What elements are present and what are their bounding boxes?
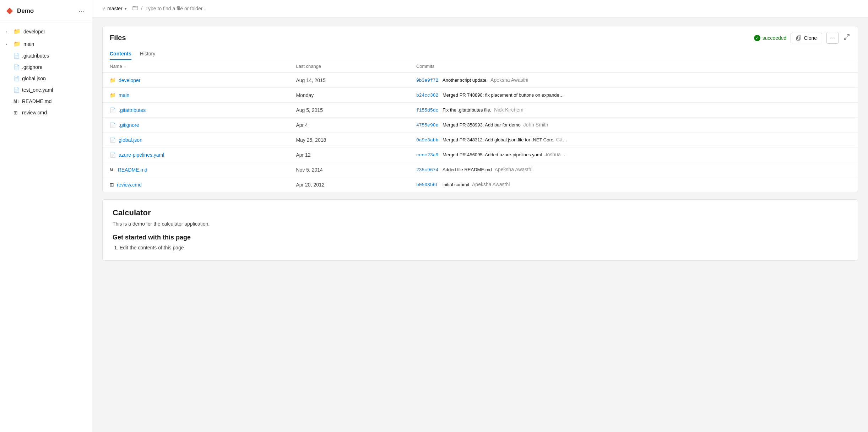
more-options-button[interactable]: ⋯ <box>826 32 839 44</box>
commit-hash[interactable]: b0508b6f <box>416 182 438 188</box>
commits-cell: f155d5dc Fix the .gitattributes file. Ni… <box>409 103 858 118</box>
last-change-cell: Apr 20, 2012 <box>289 177 409 192</box>
file-name[interactable]: developer <box>119 77 141 83</box>
commit-message: Added file README.md <box>443 167 492 172</box>
table-row[interactable]: 📄 .gitattributes Aug 5, 2015 f155d5dc Fi… <box>103 103 858 118</box>
last-change-cell: May 25, 2018 <box>289 133 409 147</box>
file-icon: 📄 <box>13 53 19 59</box>
table-row[interactable]: M↓ README.md Nov 5, 2014 235c9674 Added … <box>103 162 858 177</box>
col-commits: Commits <box>409 60 858 73</box>
branch-name: master <box>107 6 123 11</box>
sidebar-header: Demo ⋯ <box>0 0 92 22</box>
file-name[interactable]: .gitignore <box>119 122 139 128</box>
readme-section: Calculator This is a demo for the calcul… <box>102 199 858 261</box>
commit-message: initial commit <box>443 182 469 187</box>
chevron-down-icon: ▾ <box>125 6 127 11</box>
sidebar-file-label: .gitignore <box>22 64 43 70</box>
table-row[interactable]: 📄 global.json May 25, 2018 0a9e3abb Merg… <box>103 133 858 147</box>
commits-cell: 4755e90e Merged PR 358993: Add bar for d… <box>409 118 858 133</box>
file-name[interactable]: azure-pipelines.yaml <box>119 152 164 158</box>
file-name[interactable]: README.md <box>118 167 147 173</box>
commit-hash[interactable]: 9b3e9f72 <box>416 78 438 83</box>
file-icon: 📄 <box>110 137 116 143</box>
app-logo-area: Demo <box>6 7 34 15</box>
commit-hash[interactable]: ceec23a9 <box>416 152 438 158</box>
markdown-icon: M↓ <box>13 99 19 104</box>
folder-icon: 📁 <box>110 77 116 83</box>
sidebar-item-main[interactable]: › 📁 main <box>0 38 92 50</box>
grid-icon: ⊞ <box>110 182 114 188</box>
files-header: Files ✓ succeeded Clone ⋯ <box>103 26 858 44</box>
chevron-right-icon: › <box>6 42 11 46</box>
readme-list: Edit the contents of this page <box>113 245 848 250</box>
file-name[interactable]: global.json <box>119 137 142 143</box>
commit-author: Nick Kirchem <box>494 107 523 113</box>
branch-selector[interactable]: ⑂ master ▾ <box>99 4 130 13</box>
expand-button[interactable] <box>843 33 851 43</box>
file-name-cell: 📄 .gitignore <box>103 118 289 133</box>
sidebar-item-readmemd[interactable]: M↓ README.md <box>0 96 92 107</box>
commit-hash[interactable]: 0a9e3abb <box>416 137 438 143</box>
commit-message: Fix the .gitattributes file. <box>443 107 491 113</box>
clone-label: Clone <box>804 35 817 41</box>
last-change-cell: Apr 4 <box>289 118 409 133</box>
table-row[interactable]: ⊞ review.cmd Apr 20, 2012 b0508b6f initi… <box>103 177 858 192</box>
sidebar-item-globaljson[interactable]: 📄 global.json <box>0 73 92 84</box>
commit-hash[interactable]: b24cc382 <box>416 93 438 98</box>
file-name-cell: 📄 global.json <box>103 133 289 147</box>
file-icon: 📄 <box>110 107 116 113</box>
table-row[interactable]: 📄 azure-pipelines.yaml Apr 12 ceec23a9 M… <box>103 147 858 162</box>
readme-description: This is a demo for the calculator applic… <box>113 221 848 227</box>
readme-subtitle: Get started with this page <box>113 234 848 241</box>
sidebar-nav: › 📁 developer › 📁 main 📄 .gitattributes … <box>0 22 92 121</box>
commit-author: John Smith <box>523 122 548 128</box>
commit-hash[interactable]: f155d5dc <box>416 108 438 113</box>
app-title: Demo <box>17 7 34 15</box>
folder-icon: 📁 <box>13 40 21 47</box>
col-name[interactable]: Name ↑ <box>103 60 289 73</box>
list-item: Edit the contents of this page <box>120 245 848 250</box>
file-name-cell: 📁 main <box>103 88 289 103</box>
file-name-cell: M↓ README.md <box>103 162 289 177</box>
main-content: ⑂ master ▾ / Files ✓ succeeded <box>92 0 868 432</box>
grid-icon: ⊞ <box>13 110 19 115</box>
commit-author: Apeksha Awasthi <box>495 167 532 172</box>
sidebar-folder-label: developer <box>23 29 45 34</box>
file-name-cell: 📄 azure-pipelines.yaml <box>103 147 289 162</box>
file-name-cell: 📁 developer <box>103 73 289 88</box>
commit-hash[interactable]: 4755e90e <box>416 123 438 128</box>
tab-contents[interactable]: Contents <box>110 48 131 60</box>
commit-message: Merged PR 748898: fix placement of butto… <box>443 92 564 98</box>
sidebar-item-developer[interactable]: › 📁 developer <box>0 25 92 38</box>
table-row[interactable]: 📁 developer Aug 14, 2015 9b3e9f72 Anothe… <box>103 73 858 88</box>
file-name[interactable]: main <box>119 92 129 98</box>
clone-icon <box>796 35 802 41</box>
sidebar-folder-label: main <box>23 41 34 47</box>
table-row[interactable]: 📄 .gitignore Apr 4 4755e90e Merged PR 35… <box>103 118 858 133</box>
files-table: Name ↑ Last change Commits 📁 <box>103 60 858 192</box>
readme-title: Calculator <box>113 208 848 217</box>
status-badge: ✓ succeeded <box>754 35 787 41</box>
sidebar-item-gitattributes[interactable]: 📄 .gitattributes <box>0 50 92 61</box>
clone-button[interactable]: Clone <box>791 33 822 43</box>
last-change-cell: Aug 14, 2015 <box>289 73 409 88</box>
path-search-input[interactable] <box>145 6 861 11</box>
file-icon: 📄 <box>110 122 116 128</box>
file-icon: 📄 <box>13 76 19 81</box>
commit-message: Merged PR 456095: Added azure-pipelines.… <box>443 152 542 157</box>
svg-rect-3 <box>798 36 801 39</box>
file-name[interactable]: .gitattributes <box>119 107 146 113</box>
commits-cell: ceec23a9 Merged PR 456095: Added azure-p… <box>409 147 858 162</box>
commits-cell: b24cc382 Merged PR 748898: fix placement… <box>409 88 858 103</box>
sidebar-more-button[interactable]: ⋯ <box>77 6 86 16</box>
tab-history[interactable]: History <box>140 48 156 60</box>
commit-hash[interactable]: 235c9674 <box>416 167 438 173</box>
sort-asc-icon: ↑ <box>124 64 126 69</box>
sidebar-item-reviewcmd[interactable]: ⊞ review.cmd <box>0 107 92 118</box>
file-name[interactable]: review.cmd <box>117 182 142 188</box>
sidebar-item-gitignore[interactable]: 📄 .gitignore <box>0 61 92 73</box>
commits-cell: b0508b6f initial commit Apeksha Awasthi <box>409 177 858 192</box>
table-row[interactable]: 📁 main Monday b24cc382 Merged PR 748898:… <box>103 88 858 103</box>
sidebar-item-testoneyaml[interactable]: 📄 test_one.yaml <box>0 84 92 96</box>
chevron-right-icon: › <box>6 29 11 34</box>
